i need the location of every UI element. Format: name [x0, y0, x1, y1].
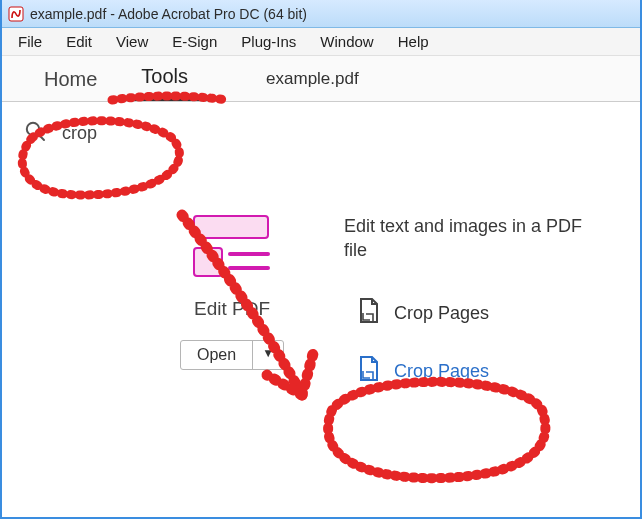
crop-pages-label-2: Crop Pages [394, 361, 489, 382]
crop-pages-icon-blue [356, 356, 380, 387]
tab-tools[interactable]: Tools [119, 57, 210, 101]
tab-home[interactable]: Home [22, 60, 119, 101]
tool-card-title: Edit PDF [162, 298, 302, 320]
svg-rect-3 [194, 216, 268, 238]
window-title: example.pdf - Adobe Acrobat Pro DC (64 b… [30, 6, 307, 22]
tab-document[interactable]: example.pdf [266, 69, 359, 101]
menu-esign[interactable]: E-Sign [162, 31, 227, 52]
svg-line-2 [38, 134, 44, 140]
search-input[interactable] [60, 122, 220, 145]
svg-rect-4 [194, 248, 222, 276]
search-icon [24, 120, 46, 146]
crop-pages-link-2[interactable]: Crop Pages [356, 356, 489, 387]
menu-window[interactable]: Window [310, 31, 383, 52]
crop-pages-link-1[interactable]: Crop Pages [356, 298, 489, 329]
open-dropdown[interactable]: ▼ [253, 341, 283, 369]
open-button-group: Open ▼ [180, 340, 284, 370]
menu-edit[interactable]: Edit [56, 31, 102, 52]
acrobat-icon [8, 6, 24, 22]
title-bar: example.pdf - Adobe Acrobat Pro DC (64 b… [2, 0, 640, 28]
open-button[interactable]: Open [181, 341, 253, 369]
tool-card-edit-pdf[interactable]: Edit PDF Open ▼ [162, 214, 302, 370]
crop-pages-label-1: Crop Pages [394, 303, 489, 324]
menu-help[interactable]: Help [388, 31, 439, 52]
tab-bar: Home Tools example.pdf [2, 56, 640, 102]
tool-description: Edit text and images in a PDF file [344, 214, 594, 263]
search-row [2, 102, 640, 154]
menu-view[interactable]: View [106, 31, 158, 52]
crop-pages-icon [356, 298, 380, 329]
edit-pdf-icon [190, 214, 274, 280]
menu-bar: File Edit View E-Sign Plug-Ins Window He… [2, 28, 640, 56]
menu-plugins[interactable]: Plug-Ins [231, 31, 306, 52]
menu-file[interactable]: File [8, 31, 52, 52]
